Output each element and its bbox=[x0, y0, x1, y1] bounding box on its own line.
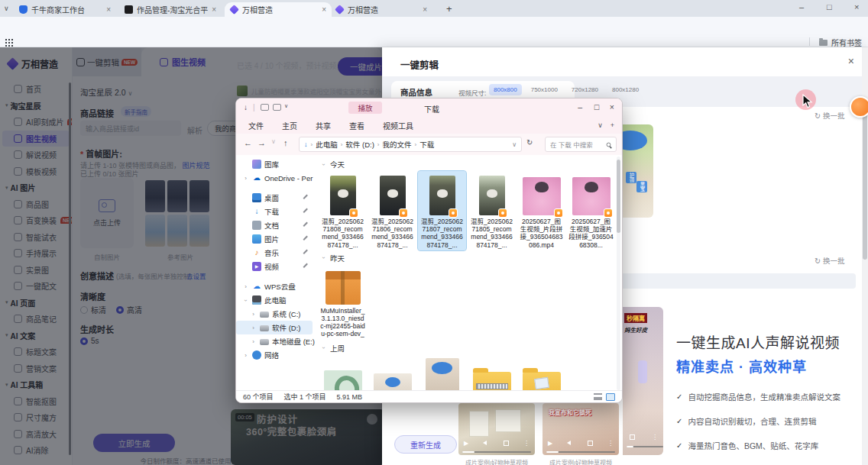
video-progress-bar[interactable] bbox=[462, 451, 531, 454]
file-item[interactable]: 20250627_图生视频_加速片段拼接_93650468308... bbox=[567, 171, 615, 250]
explorer-minimize-button[interactable]: – bbox=[578, 102, 582, 111]
regenerate-button[interactable]: 重新生成 bbox=[394, 435, 457, 454]
file-section-header[interactable]: ›上周 bbox=[320, 343, 622, 354]
breadcrumb-item[interactable]: 我的文件 bbox=[383, 139, 412, 150]
thumbnail-view-icon[interactable] bbox=[606, 393, 615, 401]
tab-close-icon[interactable]: × bbox=[423, 5, 427, 14]
quick-access-icon[interactable] bbox=[261, 104, 269, 111]
file-section-header[interactable]: ›昨天 bbox=[320, 253, 622, 263]
tab-close-icon[interactable]: × bbox=[212, 5, 216, 14]
file-item[interactable]: MuMuInstaller_3.1.13.0_niesdc-mj22455-ba… bbox=[319, 265, 367, 341]
explorer-back-icon[interactable]: ← bbox=[244, 138, 252, 147]
browser-tab[interactable]: 万相营造× bbox=[225, 2, 332, 17]
file-item[interactable]: 混剪_202506271805_recommend_933466874178_.… bbox=[468, 171, 516, 250]
explorer-title-bar[interactable]: ↓ | ∨ 播放 下载 – □ × bbox=[236, 98, 622, 117]
explorer-nav-系统 (C:)[interactable]: ›系统 (C:) bbox=[236, 307, 316, 321]
explorer-search-input[interactable]: 在 下载 中搜索 bbox=[545, 137, 617, 152]
file-item[interactable] bbox=[319, 355, 367, 390]
tab-close-icon[interactable]: × bbox=[106, 5, 111, 14]
tab-close-icon[interactable]: × bbox=[322, 5, 326, 14]
video-size-option[interactable]: 800x800 bbox=[489, 84, 522, 95]
service-float-badge[interactable] bbox=[850, 96, 868, 118]
explorer-nav-本地磁盘 (E:)[interactable]: ›本地磁盘 (E:) bbox=[236, 334, 316, 348]
tab-search-caret-icon[interactable]: ∨ bbox=[4, 5, 9, 12]
details-view-icon[interactable] bbox=[594, 393, 602, 400]
browser-tab[interactable]: 作品管理-淘宝光合平台× bbox=[119, 2, 222, 17]
menu-主页[interactable]: 主页 bbox=[282, 120, 297, 131]
fullscreen-icon[interactable] bbox=[630, 434, 635, 440]
video-size-option[interactable]: 750x1000 bbox=[526, 84, 562, 95]
menu-查看[interactable]: 查看 bbox=[349, 120, 364, 131]
volume-icon[interactable] bbox=[565, 441, 571, 445]
window-maximize-button[interactable]: □ bbox=[827, 2, 832, 11]
video-menu-icon[interactable]: ⋮ bbox=[607, 440, 614, 447]
video-menu-icon[interactable]: ⋮ bbox=[523, 440, 530, 447]
play-icon[interactable]: ▶ bbox=[464, 440, 468, 447]
file-item[interactable]: 混剪_202506271806_recommend_933466874178_.… bbox=[368, 171, 416, 250]
file-item[interactable] bbox=[517, 355, 565, 390]
file-item[interactable]: 混剪_202506271807_recommend_933466874178_.… bbox=[418, 171, 466, 250]
fullscreen-icon[interactable] bbox=[504, 441, 509, 446]
explorer-nav-下载[interactable]: ↓下载 bbox=[236, 205, 316, 218]
explorer-nav-文档[interactable]: 文档 bbox=[236, 218, 316, 232]
file-item[interactable] bbox=[468, 355, 516, 390]
all-bookmarks-button[interactable]: 所有书签 bbox=[819, 37, 862, 48]
explorer-nav-图库[interactable]: 图库 bbox=[236, 157, 316, 171]
refresh-batch-button[interactable]: ↻ 换一批 bbox=[815, 110, 844, 121]
explorer-nav-软件 (D:)[interactable]: ›软件 (D:) bbox=[236, 321, 313, 334]
explorer-nav-视频[interactable]: ▶视频 bbox=[236, 260, 316, 273]
help-plus-icon[interactable]: + bbox=[611, 121, 614, 129]
explorer-refresh-icon[interactable]: ↻ bbox=[526, 138, 533, 147]
apps-grid-icon[interactable] bbox=[5, 39, 7, 40]
menu-视频工具[interactable]: 视频工具 bbox=[383, 120, 413, 131]
explorer-nav-此电脑[interactable]: ›此电脑 bbox=[236, 293, 316, 307]
file-item[interactable]: 20250627_图生视频_片段拼接_936504683086.mp4 bbox=[517, 171, 565, 250]
selected-video-thumbnail[interactable]: 护颈 黑宝 bbox=[623, 124, 653, 218]
explorer-nav-桌面[interactable]: 桌面 bbox=[236, 191, 316, 205]
explorer-close-button[interactable]: × bbox=[610, 102, 614, 111]
breadcrumb-caret-icon[interactable]: ∨ bbox=[512, 141, 517, 148]
file-item[interactable] bbox=[418, 355, 466, 390]
video-size-option[interactable]: 800x1280 bbox=[607, 84, 643, 95]
window-close-button[interactable]: × bbox=[854, 2, 859, 11]
quick-access-folder-icon[interactable] bbox=[273, 104, 281, 111]
video-size-option[interactable]: 720x1280 bbox=[567, 84, 603, 95]
contextual-tab-play[interactable]: 播放 bbox=[348, 102, 382, 114]
explorer-scrollbar[interactable] bbox=[617, 157, 620, 390]
explorer-forward-icon[interactable]: → bbox=[257, 138, 266, 147]
ribbon-expand-icon[interactable]: ∨ bbox=[598, 121, 603, 129]
video-menu-icon[interactable]: ⋮ bbox=[652, 434, 658, 441]
result-video-player[interactable]: 我宣布和它锁死 ▶ ⋮ bbox=[542, 403, 619, 455]
promo-video-thumbnail[interactable]: 秒隔离 妈生好皮 ⋮ bbox=[623, 307, 663, 455]
explorer-nav-WPS云盘[interactable]: ›☁WPS云盘 bbox=[236, 279, 316, 293]
menu-共享[interactable]: 共享 bbox=[316, 120, 331, 131]
window-minimize-button[interactable]: – bbox=[799, 2, 804, 11]
quick-access-caret-icon[interactable]: ∨ bbox=[284, 103, 288, 109]
quick-access-download-icon[interactable]: ↓ bbox=[244, 103, 248, 111]
volume-icon[interactable] bbox=[481, 441, 487, 445]
video-progress-bar[interactable] bbox=[546, 451, 615, 454]
browser-tab[interactable]: 万相营造× bbox=[330, 2, 432, 17]
breadcrumb-item[interactable]: 下载 bbox=[419, 139, 434, 150]
recent-locations-caret-icon[interactable]: ∨ bbox=[271, 138, 276, 145]
panel-close-icon[interactable]: × bbox=[848, 55, 854, 67]
breadcrumb-item[interactable]: 此电脑 bbox=[316, 139, 338, 150]
explorer-nav-音乐[interactable]: ♪音乐 bbox=[236, 246, 316, 260]
video-progress-bar[interactable] bbox=[627, 446, 663, 448]
breadcrumb[interactable]: ↓›此电脑›软件 (D:)›我的文件›下载∨ bbox=[299, 137, 522, 152]
fullscreen-icon[interactable] bbox=[588, 441, 593, 446]
breadcrumb-item[interactable]: 软件 (D:) bbox=[345, 139, 374, 150]
explorer-maximize-button[interactable]: □ bbox=[594, 102, 599, 111]
menu-文件[interactable]: 文件 bbox=[248, 120, 264, 131]
result-video-player[interactable]: ▶ ⋮ bbox=[458, 403, 535, 455]
browser-tab[interactable]: 千牛商家工作台× bbox=[14, 2, 116, 17]
explorer-up-icon[interactable]: ↑ bbox=[283, 138, 288, 147]
file-item[interactable]: 混剪_202506271808_recommend_933466874178_.… bbox=[319, 171, 367, 250]
file-item[interactable] bbox=[368, 355, 416, 390]
refresh-batch-button[interactable]: ↻ 换一批 bbox=[815, 255, 844, 266]
explorer-nav-OneDrive - Per[interactable]: ›☁OneDrive - Per bbox=[236, 171, 316, 185]
file-section-header[interactable]: ›今天 bbox=[320, 159, 622, 170]
explorer-nav-网络[interactable]: ›网络 bbox=[236, 348, 316, 362]
play-icon[interactable]: ▶ bbox=[548, 440, 552, 447]
explorer-nav-图片[interactable]: 图片 bbox=[236, 232, 316, 246]
